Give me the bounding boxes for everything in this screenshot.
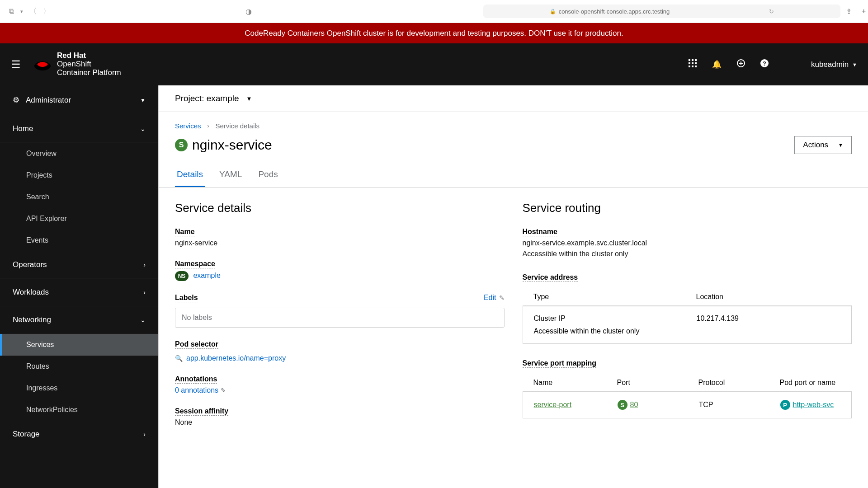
port-name-link[interactable]: service-port <box>534 401 572 408</box>
port-head-protocol: Protocol <box>698 379 780 387</box>
nav-storage[interactable]: Storage › <box>0 421 158 448</box>
dd-namespace: NS example <box>175 271 505 281</box>
annotations-link[interactable]: 0 annotations <box>175 386 218 394</box>
nav-item-services[interactable]: Services <box>0 334 158 356</box>
pod-selector-link[interactable]: 🔍 app.kubernetes.io/name=proxy <box>175 354 505 362</box>
labels-edit[interactable]: Edit ✎ <box>484 294 505 302</box>
labels-box: No labels <box>175 308 505 328</box>
routing-heading: Service routing <box>523 201 852 215</box>
plus-circle-icon[interactable] <box>737 59 745 70</box>
nav-operators-label: Operators <box>13 260 47 269</box>
page-title: nginx-service <box>192 137 272 153</box>
nav-item-search[interactable]: Search <box>0 186 158 208</box>
tab-details[interactable]: Details <box>175 163 205 187</box>
dt-namespace: Namespace <box>175 260 215 268</box>
dd-annotations: 0 annotations ✎ <box>175 386 505 394</box>
back-icon[interactable]: 〈 <box>29 7 37 16</box>
dt-name: Name <box>175 228 195 236</box>
breadcrumb: Services › Service details <box>159 112 868 130</box>
address-table: Cluster IP 10.217.4.139 Accessible withi… <box>523 305 852 344</box>
namespace-link[interactable]: example <box>193 272 220 279</box>
forward-icon[interactable]: 〉 <box>43 7 50 16</box>
nav-item-ingresses[interactable]: Ingresses <box>0 377 158 399</box>
namespace-badge: NS <box>175 271 189 281</box>
nav-networking-label: Networking <box>13 315 51 324</box>
warning-banner: CodeReady Containers OpenShift cluster i… <box>0 23 868 43</box>
main-content: Project: example ▼ Services › Service de… <box>158 85 868 488</box>
banner-text: CodeReady Containers OpenShift cluster i… <box>245 29 623 38</box>
port-protocol: TCP <box>699 401 780 409</box>
addr-head-location: Location <box>696 293 724 301</box>
nav-home-label: Home <box>13 124 33 133</box>
chevron-down-icon[interactable]: ▾ <box>20 9 23 14</box>
pod-mini-badge: P <box>780 400 790 410</box>
brand-logo[interactable]: Red Hat OpenShift Container Platform <box>33 52 121 77</box>
service-badge: S <box>175 139 188 151</box>
dd-name: nginx-service <box>175 239 505 247</box>
help-icon[interactable]: ? <box>760 59 769 70</box>
nav-item-networkpolicies[interactable]: NetworkPolicies <box>0 399 158 421</box>
port-number-link[interactable]: 80 <box>630 401 638 409</box>
dt-port-mapping: Service port mapping <box>523 359 597 368</box>
svg-rect-6 <box>695 62 697 64</box>
pod-port-link[interactable]: http-web-svc <box>793 401 834 409</box>
dt-hostname: Hostname <box>523 228 557 236</box>
caret-down-icon[interactable]: ▼ <box>246 95 252 102</box>
pod-selector-value: app.kubernetes.io/name=proxy <box>186 354 286 362</box>
brand-line1: Red Hat <box>57 51 86 60</box>
svg-rect-8 <box>692 66 693 67</box>
nav-operators[interactable]: Operators › <box>0 251 158 279</box>
svg-rect-5 <box>692 62 693 64</box>
bell-icon[interactable]: 🔔 <box>712 60 722 69</box>
apps-icon[interactable] <box>689 59 697 70</box>
nav-item-overview[interactable]: Overview <box>0 143 158 164</box>
hamburger-icon[interactable]: ☰ <box>11 58 21 71</box>
nav-workloads-label: Workloads <box>13 288 49 297</box>
svg-rect-4 <box>689 62 690 64</box>
dt-annotations: Annotations <box>175 375 217 384</box>
share-icon[interactable]: ⇪ <box>846 7 852 16</box>
edit-label: Edit <box>484 294 496 302</box>
hostname-note: Accessible within the cluster only <box>523 250 852 258</box>
sidebar: ⚙ Administrator ▼ Home ⌄ Overview Projec… <box>0 85 158 488</box>
nav-item-projects[interactable]: Projects <box>0 164 158 186</box>
url-bar[interactable]: 🔒 console-openshift-console.apps.crc.tes… <box>483 5 840 18</box>
perspective-switcher[interactable]: ⚙ Administrator ▼ <box>0 85 158 115</box>
tab-pods[interactable]: Pods <box>256 163 279 187</box>
dd-hostname: nginx-service.example.svc.cluster.local <box>523 239 852 247</box>
sidebar-toggle-icon[interactable]: ⧉ <box>9 7 14 15</box>
user-menu[interactable]: kubeadmin ▼ <box>811 60 857 69</box>
shield-icon[interactable]: ◑ <box>245 7 252 16</box>
dt-session: Session affinity <box>175 407 228 416</box>
nav-item-events[interactable]: Events <box>0 230 158 251</box>
addr-note: Accessible within the cluster only <box>534 327 841 335</box>
username: kubeadmin <box>811 60 849 69</box>
port-head-port: Port <box>617 379 698 387</box>
dt-podselector: Pod selector <box>175 340 218 349</box>
nav-item-api-explorer[interactable]: API Explorer <box>0 208 158 230</box>
project-selector[interactable]: Project: example <box>175 94 239 103</box>
addr-type: Cluster IP <box>534 314 697 323</box>
nav-workloads[interactable]: Workloads › <box>0 279 158 306</box>
new-tab-icon[interactable]: + <box>862 7 866 16</box>
caret-down-icon: ▼ <box>838 142 843 148</box>
nav-item-routes[interactable]: Routes <box>0 356 158 377</box>
chevron-right-icon: › <box>143 289 146 296</box>
actions-button[interactable]: Actions ▼ <box>794 136 852 154</box>
breadcrumb-services[interactable]: Services <box>175 122 201 130</box>
chevron-right-icon: › <box>143 261 146 268</box>
chevron-right-icon: › <box>208 123 209 129</box>
tab-yaml[interactable]: YAML <box>217 163 244 187</box>
lock-icon: 🔒 <box>550 9 556 14</box>
redhat-fedora-icon <box>33 58 52 71</box>
url-text: console-openshift-console.apps.crc.testi… <box>559 8 670 15</box>
pencil-icon[interactable]: ✎ <box>221 387 226 394</box>
port-head-podport: Pod port or name <box>780 379 836 387</box>
nav-networking[interactable]: Networking ⌄ <box>0 306 158 334</box>
port-row: service-port S 80 TCP P http-web-svc <box>523 391 852 418</box>
reload-icon[interactable]: ↻ <box>769 8 774 15</box>
svg-rect-3 <box>695 59 697 61</box>
caret-down-icon: ▼ <box>140 97 146 103</box>
nav-home[interactable]: Home ⌄ <box>0 115 158 143</box>
gear-icon: ⚙ <box>13 95 19 105</box>
